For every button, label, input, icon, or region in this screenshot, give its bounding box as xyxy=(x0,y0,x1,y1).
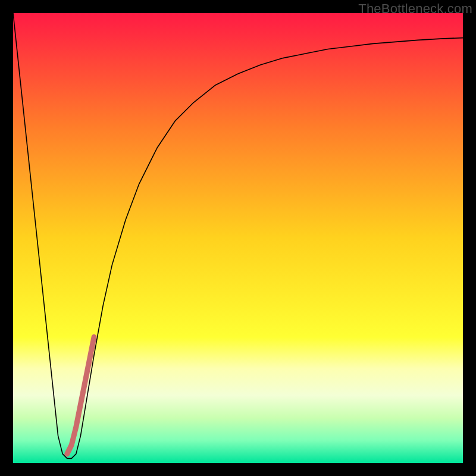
chart-svg xyxy=(13,13,463,463)
plot-area xyxy=(13,13,463,463)
chart-frame: TheBottleneck.com xyxy=(0,0,476,476)
